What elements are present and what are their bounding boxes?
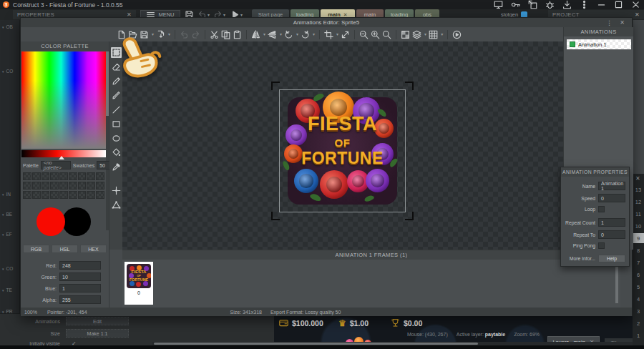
layer-number-item[interactable]: 4 (633, 294, 644, 304)
name-input[interactable]: Animation 1 (598, 182, 625, 190)
palette-swatch[interactable] (32, 191, 41, 199)
preview-animation-icon[interactable] (452, 30, 462, 39)
redo-icon[interactable] (191, 30, 200, 39)
palette-swatch[interactable] (87, 182, 95, 190)
palette-swatch[interactable] (96, 172, 104, 180)
selection-corner-tr[interactable] (405, 82, 414, 90)
palette-select[interactable]: <no palette> (41, 161, 71, 169)
palette-swatch[interactable] (69, 172, 77, 180)
speed-input[interactable]: 0 (598, 194, 625, 202)
palette-swatch[interactable] (69, 182, 77, 190)
rectangle-tool[interactable] (111, 119, 122, 129)
palette-swatch[interactable] (23, 191, 31, 199)
layer-number-item[interactable]: 12 (633, 197, 644, 207)
copy-icon[interactable] (221, 30, 230, 39)
line-tool[interactable] (111, 104, 122, 115)
scrollbar-thumb[interactable] (154, 343, 478, 345)
alpha-input[interactable]: 255 (59, 295, 101, 304)
export-download-icon[interactable] (562, 0, 572, 9)
color-spectrum[interactable] (21, 51, 106, 149)
layer-number-item[interactable]: 3 (633, 306, 644, 316)
repeat-count-input[interactable]: 1 (598, 218, 625, 227)
foreground-color-circle[interactable] (36, 207, 65, 236)
hex-button[interactable]: HEX (80, 245, 107, 253)
close-icon[interactable] (631, 0, 640, 9)
origin-tool[interactable] (111, 185, 122, 196)
palette-swatch[interactable] (69, 191, 77, 199)
section-container[interactable]: ▾CO (2, 266, 13, 271)
palette-swatch[interactable] (59, 172, 68, 180)
palette-scrollbar[interactable] (106, 51, 109, 230)
palette-swatch[interactable] (23, 172, 31, 180)
palette-swatch[interactable] (50, 191, 59, 199)
layer-number-item[interactable]: 8 (633, 245, 644, 255)
green-input[interactable]: 10 (59, 272, 101, 281)
section-instance[interactable]: ▾IN (2, 192, 11, 197)
palette-swatch[interactable] (87, 172, 95, 180)
layer-number-item[interactable]: 9 (633, 233, 644, 243)
palette-swatch[interactable] (59, 191, 68, 199)
layer-number-item[interactable]: 6 (633, 270, 644, 280)
brush-tool[interactable] (111, 90, 122, 101)
project-close-icon[interactable]: ✕ (635, 11, 640, 18)
palette-swatch[interactable] (50, 172, 59, 180)
ping-pong-checkbox[interactable] (598, 242, 605, 249)
resize-icon[interactable] (341, 30, 350, 39)
zoom-fit-icon[interactable] (382, 30, 391, 39)
frame-thumbnail[interactable]: FIESTA OF FORTUNE 0 (125, 262, 153, 305)
layer-number-item[interactable]: 10 (633, 221, 644, 231)
layer-number-item[interactable]: 5 (633, 282, 644, 292)
palette-swatch[interactable] (32, 172, 41, 180)
palette-swatch[interactable] (59, 182, 68, 190)
crop-icon[interactable] (324, 30, 333, 39)
palette-swatch[interactable] (96, 191, 104, 199)
onion-skin-icon[interactable] (412, 30, 421, 39)
dialog-close-icon[interactable]: ✕ (620, 19, 625, 26)
shade-slider-marker[interactable] (59, 156, 64, 159)
dialog-header[interactable]: Animations Editor: Sprite5 ⋮ ✕ (21, 18, 632, 27)
kebab-menu-icon[interactable] (580, 0, 589, 9)
palette-swatch[interactable] (78, 172, 87, 180)
palette-swatch[interactable] (32, 182, 41, 190)
flip-horizontal-icon[interactable] (251, 30, 260, 39)
loop-checkbox[interactable] (598, 206, 605, 212)
palette-swatch[interactable] (78, 191, 87, 199)
selection-corner-tl[interactable] (271, 82, 280, 90)
remote-preview-icon[interactable] (528, 0, 537, 9)
background-toggle-icon[interactable] (401, 30, 410, 39)
section-text[interactable]: ▾TE (2, 287, 12, 293)
maximize-icon[interactable] (614, 0, 623, 9)
palette-swatch[interactable] (78, 182, 87, 190)
minimize-icon[interactable] (597, 0, 606, 9)
subpanel-close-icon[interactable]: ✕ (635, 175, 640, 182)
fill-tool[interactable] (111, 147, 122, 158)
paste-icon[interactable] (233, 30, 242, 39)
section-object[interactable]: ▾OB (2, 24, 13, 29)
image-canvas[interactable]: FIESTA OF FORTUNE (122, 41, 563, 250)
palette-swatch[interactable] (96, 182, 104, 190)
ellipse-tool[interactable] (111, 133, 122, 144)
layer-number-item[interactable]: 2 (633, 318, 644, 328)
sprite-image[interactable]: FIESTA OF FORTUNE (280, 90, 405, 212)
palette-swatch[interactable] (23, 182, 31, 190)
make-1-1-button[interactable]: Make 1:1 (66, 329, 129, 338)
cut-icon[interactable] (210, 30, 219, 39)
blue-input[interactable]: 1 (59, 284, 101, 293)
key-icon[interactable] (511, 0, 520, 9)
edit-animations-button[interactable]: Edit (66, 317, 129, 325)
rgb-button[interactable]: RGB (23, 245, 49, 253)
dialog-kebab-icon[interactable]: ⋮ (606, 19, 613, 26)
background-color-circle[interactable] (62, 207, 91, 236)
help-button[interactable]: Help (598, 255, 625, 262)
zoom-out-icon[interactable] (359, 30, 369, 39)
collision-polygon-tool[interactable] (111, 200, 122, 210)
palette-swatch[interactable] (87, 191, 95, 199)
repeat-to-input[interactable]: 0 (598, 230, 625, 239)
layer-number-item[interactable]: 13 (633, 185, 644, 195)
layer-number-item[interactable]: 7 (633, 257, 644, 267)
debug-icon[interactable] (545, 0, 555, 9)
section-behaviors[interactable]: ▾BE (2, 212, 12, 217)
red-input[interactable]: 248 (59, 261, 101, 270)
rotate-ccw-icon[interactable] (284, 30, 293, 39)
animation-list-item[interactable]: Animation 1 (567, 39, 631, 49)
